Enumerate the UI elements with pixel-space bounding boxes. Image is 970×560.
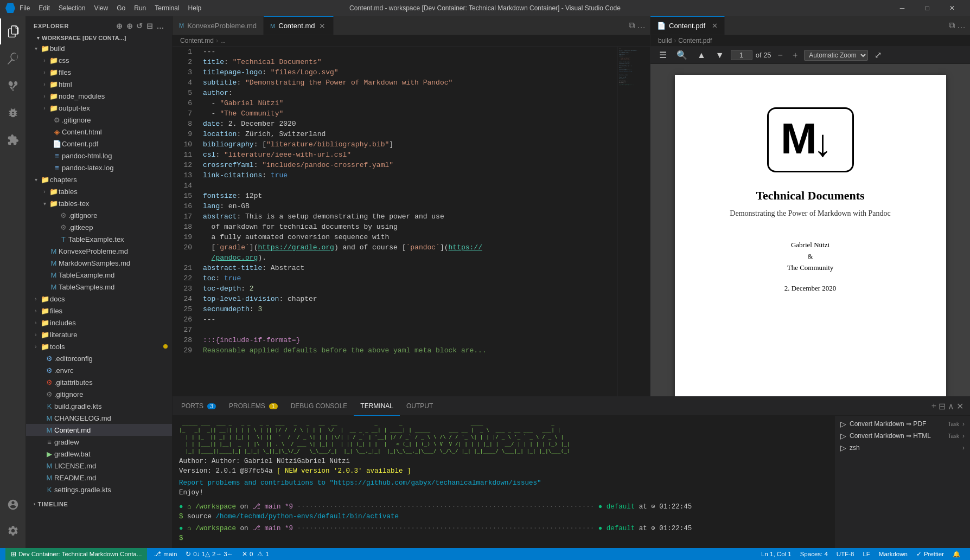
- more-icon[interactable]: …: [156, 22, 164, 30]
- code-editor[interactable]: 1 2 3 4 5 6 7 8 9 10 11 12 13: [173, 47, 650, 396]
- tree-item-build[interactable]: ▾ 📁 build: [26, 42, 172, 54]
- tree-item-konvexe[interactable]: › M KonvexeProbleme.md: [26, 245, 172, 257]
- pdf-split-icon[interactable]: ⧉: [949, 21, 955, 30]
- tree-item-gradlew[interactable]: › ≡ gradlew: [26, 436, 172, 448]
- task-item-convert-html[interactable]: ▷ Convert Markdown ⇒ HTML Task ›: [835, 430, 970, 442]
- menu-go[interactable]: Go: [117, 4, 125, 12]
- tree-item-build-gradle[interactable]: › K build.gradle.kts: [26, 400, 172, 412]
- maximize-button[interactable]: □: [915, 0, 940, 16]
- menu-edit[interactable]: Edit: [39, 4, 50, 12]
- collapse-icon[interactable]: ⊟: [146, 22, 154, 30]
- tree-item-output-tex[interactable]: › 📁 output-tex: [26, 102, 172, 114]
- status-language[interactable]: Markdown: [875, 548, 912, 560]
- pdf-zoom-out-button[interactable]: −: [775, 49, 786, 61]
- status-sync[interactable]: ↻ 0↓ 1△ 2→ 3←: [181, 548, 238, 560]
- status-branch[interactable]: ⎇ main: [149, 548, 181, 560]
- tree-item-files[interactable]: › 📁 files: [26, 66, 172, 78]
- pdf-prev-page-button[interactable]: ▲: [694, 49, 709, 61]
- timeline-section[interactable]: › TIMELINE: [26, 499, 172, 510]
- task-item-zsh[interactable]: ▷ zsh ›: [835, 442, 970, 454]
- tree-item-node-modules[interactable]: › 📁 node_modules: [26, 90, 172, 102]
- tree-item-files-top[interactable]: › 📁 files: [26, 305, 172, 317]
- activity-settings[interactable]: [0, 518, 26, 544]
- tree-item-editorconfig[interactable]: › ⚙ .editorconfig: [26, 352, 172, 364]
- activity-debug[interactable]: [0, 100, 26, 126]
- pdf-toggle-sidebar-button[interactable]: ☰: [656, 49, 670, 61]
- pdf-breadcrumb-file[interactable]: Content.pdf: [678, 37, 712, 44]
- tab-terminal[interactable]: TERMINAL: [354, 397, 400, 416]
- tree-item-literature[interactable]: › 📁 literature: [26, 329, 172, 340]
- tree-item-docs[interactable]: › 📁 docs: [26, 293, 172, 305]
- terminal-content[interactable]: _____ ___ ___ _ _ _ _ _ ___ _ _ __ __ _ …: [173, 416, 834, 548]
- tab-debug-console[interactable]: DEBUG CONSOLE: [284, 397, 354, 416]
- tree-item-content-pdf[interactable]: › 📄 Content.pdf: [26, 138, 172, 150]
- minimize-button[interactable]: ─: [890, 0, 915, 16]
- tab-problems[interactable]: PROBLEMS 1: [222, 397, 284, 416]
- tab-ports[interactable]: PORTS 3: [175, 397, 222, 416]
- tree-item-css[interactable]: › 📁 css: [26, 54, 172, 66]
- activity-explorer[interactable]: [0, 18, 26, 44]
- tree-item-envrc[interactable]: › ⚙ .envrc: [26, 364, 172, 376]
- pdf-zoom-in-button[interactable]: +: [789, 49, 801, 61]
- new-file-icon[interactable]: ⊕: [116, 22, 123, 30]
- tree-item-gitkeep[interactable]: › ⚙ .gitkeep: [26, 221, 172, 233]
- tree-item-html[interactable]: › 📁 html: [26, 78, 172, 90]
- workspace-section[interactable]: ▾ WORKSPACE [DEV CONTA...]: [26, 34, 172, 42]
- tree-item-includes[interactable]: › 📁 includes: [26, 317, 172, 329]
- close-panel-icon[interactable]: ✕: [956, 401, 963, 411]
- breadcrumb-item-dots[interactable]: ...: [220, 37, 226, 44]
- tab-konvexe[interactable]: M KonvexeProbleme.md: [173, 16, 264, 35]
- code-content[interactable]: --- title: "Technical Documents" titlepa…: [199, 47, 617, 396]
- tree-item-chapters[interactable]: ▾ 📁 chapters: [26, 173, 172, 185]
- tree-item-tools[interactable]: › 📁 tools: [26, 340, 172, 352]
- pdf-more-icon[interactable]: …: [957, 21, 966, 30]
- tree-item-pandoc-latex-log[interactable]: › ≡ pandoc-latex.log: [26, 162, 172, 173]
- refresh-icon[interactable]: ↺: [136, 22, 143, 30]
- split-terminal-icon[interactable]: ⊟: [939, 401, 946, 411]
- tree-item-gradlew-bat[interactable]: › ▶ gradlew.bat: [26, 448, 172, 460]
- menu-run[interactable]: Run: [134, 4, 146, 12]
- tree-item-tables[interactable]: › 📁 tables: [26, 185, 172, 197]
- status-spaces[interactable]: Spaces: 4: [796, 548, 832, 560]
- menu-file[interactable]: File: [20, 4, 30, 12]
- tree-item-gitignore-build[interactable]: › ⚙ .gitignore: [26, 114, 172, 126]
- pdf-tab-close[interactable]: ✕: [712, 22, 718, 30]
- more-actions-icon[interactable]: …: [637, 21, 646, 30]
- activity-scm[interactable]: [0, 73, 26, 99]
- status-encoding[interactable]: UTF-8: [832, 548, 859, 560]
- pdf-zoom-select[interactable]: Automatic Zoom 50% 75% 100% 125% 150% 20…: [804, 50, 868, 61]
- new-folder-icon[interactable]: ⊕: [126, 22, 133, 30]
- split-editor-icon[interactable]: ⧉: [629, 21, 635, 30]
- pdf-next-page-button[interactable]: ▼: [712, 49, 728, 61]
- menu-bar[interactable]: File Edit Selection View Go Run Terminal…: [20, 4, 201, 12]
- activity-search[interactable]: [0, 46, 26, 72]
- tree-item-mdsamples[interactable]: › M MarkdownSamples.md: [26, 257, 172, 269]
- status-remote[interactable]: ⊞ Dev Container: Technical Markdown Cont…: [5, 548, 147, 560]
- tree-item-changelog[interactable]: › M CHANGELOG.md: [26, 412, 172, 424]
- status-position[interactable]: Ln 1, Col 1: [757, 548, 796, 560]
- collapse-panel-icon[interactable]: ∧: [948, 401, 954, 411]
- menu-help[interactable]: Help: [188, 4, 202, 12]
- menu-view[interactable]: View: [94, 4, 108, 12]
- task-item-convert-pdf[interactable]: ▷ Convert Markdown ⇒ PDF Task ›: [835, 418, 970, 430]
- status-eol[interactable]: LF: [858, 548, 874, 560]
- pdf-search-button[interactable]: 🔍: [673, 49, 691, 61]
- tab-content-md[interactable]: M Content.md ✕: [264, 16, 334, 35]
- menu-selection[interactable]: Selection: [59, 4, 85, 12]
- tree-item-settings-gradle[interactable]: › K settings.gradle.kts: [26, 484, 172, 495]
- new-terminal-icon[interactable]: +: [931, 401, 936, 411]
- tree-item-content-html[interactable]: › ◈ Content.html: [26, 126, 172, 138]
- tree-item-gitattributes[interactable]: › ⚙ .gitattributes: [26, 376, 172, 388]
- tree-item-license[interactable]: › M LICENSE.md: [26, 460, 172, 472]
- tree-item-pandoc-html-log[interactable]: › ≡ pandoc-html.log: [26, 150, 172, 162]
- tab-content-pdf[interactable]: 📄 Content.pdf ✕: [650, 16, 725, 35]
- menu-terminal[interactable]: Terminal: [155, 4, 179, 12]
- tree-item-tableexample-md[interactable]: › M TableExample.md: [26, 269, 172, 281]
- tree-item-gitignore-root[interactable]: › ⚙ .gitignore: [26, 388, 172, 400]
- activity-extensions[interactable]: [0, 127, 26, 153]
- status-errors[interactable]: ✕ 0 ⚠ 1: [238, 548, 273, 560]
- status-formatter[interactable]: ✓ Prettier: [912, 548, 948, 560]
- tree-item-tableexample-tex[interactable]: › T TableExample.tex: [26, 233, 172, 245]
- tree-item-gitignore-tex[interactable]: › ⚙ .gitignore: [26, 209, 172, 221]
- activity-accounts[interactable]: [0, 492, 26, 518]
